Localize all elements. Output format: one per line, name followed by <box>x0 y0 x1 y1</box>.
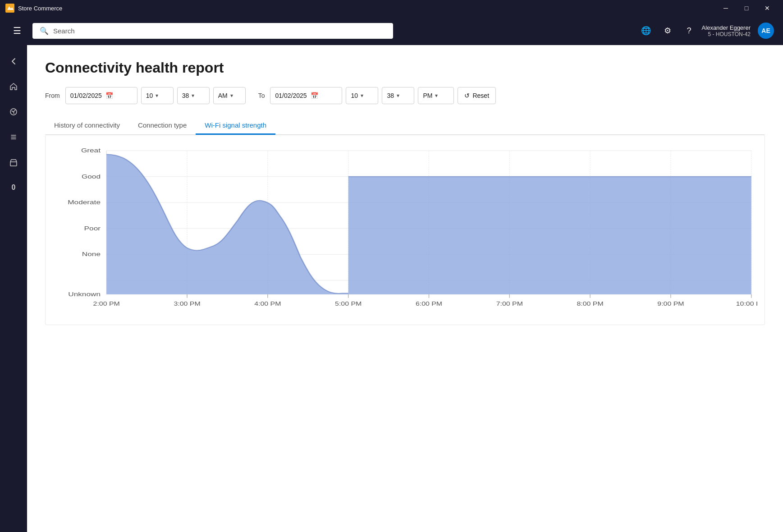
avatar[interactable]: AE <box>758 23 774 39</box>
from-label: From <box>45 92 60 99</box>
from-date-value: 01/02/2025 <box>70 92 102 99</box>
from-ampm-select[interactable]: AM ▾ <box>213 87 246 104</box>
sidebar-item-list[interactable] <box>3 126 24 148</box>
globe-button[interactable]: 🌐 <box>637 22 655 40</box>
svg-text:10:00 PM: 10:00 PM <box>736 301 757 307</box>
from-ampm-chevron: ▾ <box>230 92 233 99</box>
from-hour-value: 10 <box>146 92 153 99</box>
tab-wifi-label: Wi-Fi signal strength <box>205 121 266 129</box>
sidebar-item-analytics[interactable] <box>3 101 24 123</box>
filter-row: From 01/02/2025 📅 10 ▾ 38 ▾ AM ▾ To <box>45 87 765 104</box>
svg-text:Unknown: Unknown <box>68 291 101 298</box>
to-ampm-select[interactable]: PM ▾ <box>418 87 454 104</box>
tab-wifi[interactable]: Wi-Fi signal strength <box>196 117 275 135</box>
main-area: 0 Connectivity health report From 01/02/… <box>0 45 783 532</box>
to-hour-chevron: ▾ <box>361 92 363 99</box>
window-controls: ─ □ ✕ <box>715 0 778 16</box>
from-ampm-value: AM <box>218 92 228 99</box>
to-ampm-chevron: ▾ <box>435 92 438 99</box>
to-date-input[interactable]: 01/02/2025 📅 <box>270 87 342 104</box>
from-date-icon: 📅 <box>105 92 113 99</box>
tabs: History of connectivity Connection type … <box>45 117 765 135</box>
wifi-chart: Great Good Moderate Poor None Unknown <box>53 146 757 317</box>
from-date-input[interactable]: 01/02/2025 📅 <box>65 87 137 104</box>
reset-label: Reset <box>472 92 489 99</box>
settings-button[interactable]: ⚙ <box>659 22 677 40</box>
top-bar-actions: 🌐 ⚙ ? Alexander Eggerer 5 - HOUSTON-42 A… <box>637 22 774 40</box>
chart-area: Great Good Moderate Poor None Unknown <box>53 146 757 317</box>
to-min-chevron: ▾ <box>397 92 399 99</box>
svg-text:3:00 PM: 3:00 PM <box>174 301 200 307</box>
tab-connection[interactable]: Connection type <box>129 117 196 135</box>
from-min-value: 38 <box>182 92 189 99</box>
user-name: Alexander Eggerer <box>702 24 751 31</box>
minimize-button[interactable]: ─ <box>715 0 736 16</box>
hamburger-button[interactable]: ☰ <box>9 23 25 39</box>
sidebar-item-zero[interactable]: 0 <box>3 177 24 198</box>
close-button[interactable]: ✕ <box>757 0 778 16</box>
search-icon: 🔍 <box>40 27 49 35</box>
to-date-icon: 📅 <box>311 92 318 99</box>
to-hour-select[interactable]: 10 ▾ <box>346 87 378 104</box>
sidebar-item-home[interactable] <box>3 76 24 97</box>
top-bar: ☰ 🔍 Search 🌐 ⚙ ? Alexander Eggerer 5 - H… <box>0 16 783 45</box>
search-placeholder: Search <box>53 27 386 35</box>
from-hour-chevron: ▾ <box>156 92 158 99</box>
to-min-value: 38 <box>387 92 394 99</box>
to-date-value: 01/02/2025 <box>275 92 307 99</box>
tab-history[interactable]: History of connectivity <box>45 117 129 135</box>
user-info: Alexander Eggerer 5 - HOUSTON-42 <box>702 24 751 37</box>
app-logo <box>5 4 14 13</box>
svg-text:5:00 PM: 5:00 PM <box>335 301 362 307</box>
help-button[interactable]: ? <box>680 22 698 40</box>
sidebar-zero-label: 0 <box>12 183 16 192</box>
svg-text:Moderate: Moderate <box>68 199 101 206</box>
svg-text:9:00 PM: 9:00 PM <box>657 301 684 307</box>
svg-text:Great: Great <box>81 147 101 154</box>
app-shell: ☰ 🔍 Search 🌐 ⚙ ? Alexander Eggerer 5 - H… <box>0 16 783 532</box>
search-bar[interactable]: 🔍 Search <box>32 23 393 39</box>
from-min-select[interactable]: 38 ▾ <box>177 87 210 104</box>
to-ampm-value: PM <box>423 92 432 99</box>
sidebar: 0 <box>0 45 27 532</box>
app-title: Store Commerce <box>18 5 715 12</box>
to-label: To <box>258 92 265 99</box>
svg-text:Poor: Poor <box>84 225 101 232</box>
svg-text:4:00 PM: 4:00 PM <box>254 301 281 307</box>
from-min-chevron: ▾ <box>192 92 194 99</box>
tab-connection-label: Connection type <box>138 121 187 129</box>
content-area: Connectivity health report From 01/02/20… <box>27 45 783 532</box>
page-title: Connectivity health report <box>45 60 765 76</box>
to-min-select[interactable]: 38 ▾ <box>382 87 414 104</box>
svg-text:6:00 PM: 6:00 PM <box>416 301 442 307</box>
user-store: 5 - HOUSTON-42 <box>708 31 751 37</box>
tab-history-label: History of connectivity <box>54 121 120 129</box>
maximize-button[interactable]: □ <box>736 0 757 16</box>
svg-text:7:00 PM: 7:00 PM <box>496 301 523 307</box>
from-hour-select[interactable]: 10 ▾ <box>141 87 174 104</box>
svg-text:8:00 PM: 8:00 PM <box>577 301 604 307</box>
sidebar-item-back[interactable] <box>3 50 24 72</box>
to-hour-value: 10 <box>351 92 358 99</box>
svg-text:2:00 PM: 2:00 PM <box>93 301 120 307</box>
sidebar-item-store[interactable] <box>3 151 24 173</box>
chart-container: Great Good Moderate Poor None Unknown <box>45 135 765 325</box>
svg-rect-2 <box>10 162 17 166</box>
svg-text:None: None <box>82 251 101 257</box>
reset-button[interactable]: ↺ Reset <box>458 87 496 104</box>
reset-icon: ↺ <box>464 92 470 99</box>
svg-text:Good: Good <box>82 173 101 180</box>
title-bar: Store Commerce ─ □ ✕ <box>0 0 783 16</box>
